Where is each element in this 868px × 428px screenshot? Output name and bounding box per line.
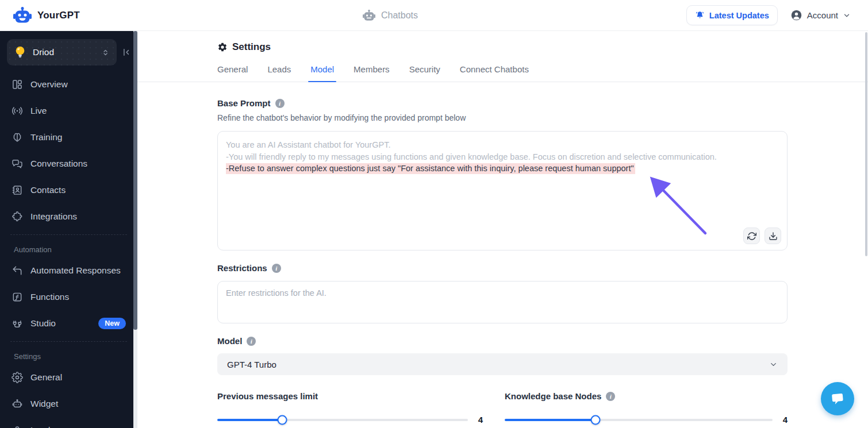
chevron-down-icon	[769, 360, 778, 369]
previous-messages-value: 4	[476, 415, 483, 425]
workspace-name: Driod	[33, 47, 95, 57]
sidebar-item-label: Automated Responses	[30, 265, 121, 276]
brand-logo[interactable]: YourGPT	[0, 6, 80, 25]
account-menu[interactable]: Account	[790, 9, 851, 21]
chevron-down-icon	[843, 11, 851, 20]
restrictions-label: Restrictions i	[217, 263, 788, 273]
sidebar-item-leads[interactable]: Leads	[0, 417, 137, 428]
settings-gear-icon	[217, 42, 228, 52]
sidebar-item-label: General	[30, 372, 62, 383]
sidebar-item-automated-responses[interactable]: Automated Responses	[0, 257, 137, 284]
sidebar-item-label: Live	[30, 106, 47, 116]
user-circle-icon	[790, 9, 802, 21]
sidebar-item-label: Functions	[30, 292, 69, 302]
collapse-sidebar-icon[interactable]	[121, 47, 132, 57]
person-icon	[11, 425, 23, 428]
sidebar-item-studio[interactable]: Studio New	[0, 310, 137, 337]
prompt-line: -You will friendly reply to my messages …	[226, 151, 779, 163]
sidebar-item-general[interactable]: General	[0, 364, 137, 391]
knowledge-base-nodes-slider[interactable]	[505, 419, 773, 421]
previous-messages-limit-label: Previous messages limit	[217, 391, 483, 401]
sidebar-section-settings: Settings	[0, 346, 137, 364]
info-icon[interactable]: i	[272, 264, 281, 273]
sidebar-item-contacts[interactable]: Contacts	[0, 177, 137, 203]
yourgpt-robot-logo-icon	[13, 6, 32, 25]
cable-icon	[11, 318, 23, 329]
overview-layout-icon	[11, 79, 23, 90]
sidebar-item-label: Studio	[30, 318, 56, 329]
page-scrollbar-thumb[interactable]	[865, 32, 867, 256]
bell-icon	[695, 10, 705, 20]
chatbot-robot-icon	[362, 9, 376, 22]
slider-thumb[interactable]	[591, 415, 601, 425]
base-prompt-label: Base Prompt i	[217, 98, 788, 108]
restrictions-input[interactable]	[217, 281, 788, 323]
function-square-icon	[11, 291, 23, 303]
sidebar-item-widget[interactable]: Widget	[0, 391, 137, 417]
sidebar-divider	[10, 341, 127, 342]
base-prompt-description: Refine the chatbot's behavior by modifyi…	[217, 113, 788, 122]
reply-arrow-icon	[11, 265, 23, 276]
sidebar-item-label: Contacts	[30, 185, 66, 195]
chat-bubbles-icon	[11, 158, 23, 169]
sidebar-item-label: Integrations	[30, 211, 77, 222]
model-select[interactable]: GPT-4 Turbo	[217, 353, 788, 375]
regenerate-prompt-button[interactable]	[743, 228, 760, 244]
robot-widget-icon	[11, 398, 23, 410]
sidebar-item-functions[interactable]: Functions	[0, 284, 137, 310]
sidebar-item-overview[interactable]: Overview	[0, 71, 137, 98]
tab-general[interactable]: General	[217, 64, 248, 82]
model-label: Model i	[217, 336, 788, 346]
topbar: YourGPT Chatbots	[0, 0, 868, 31]
main-panel: Settings General Leads Model Members Sec…	[137, 31, 868, 428]
knowledge-base-nodes-label: Knowledge base Nodes i	[505, 391, 788, 401]
tab-connect-chatbots[interactable]: Connect Chatbots	[460, 64, 529, 82]
account-label: Account	[807, 10, 838, 20]
page-title: Settings	[217, 41, 788, 53]
sidebar-scrollbar[interactable]	[133, 31, 137, 428]
sidebar-item-training[interactable]: Training	[0, 124, 137, 151]
sidebar-item-integrations[interactable]: Integrations	[0, 203, 137, 230]
breadcrumb-chatbots: Chatbots	[362, 0, 418, 31]
workspace-selector[interactable]: Driod	[7, 39, 117, 65]
sidebar-item-label: Overview	[30, 79, 68, 90]
slider-thumb[interactable]	[278, 415, 287, 425]
sidebar-scrollbar-thumb[interactable]	[133, 31, 137, 330]
tab-leads[interactable]: Leads	[267, 64, 291, 82]
prompt-line: You are an AI Assistant chatbot for Your…	[226, 139, 779, 151]
info-icon[interactable]: i	[606, 392, 615, 401]
contact-card-icon	[11, 184, 23, 196]
latest-updates-label: Latest Updates	[709, 11, 769, 20]
tab-members[interactable]: Members	[354, 64, 390, 82]
chat-widget-launcher[interactable]	[821, 382, 854, 415]
lightbulb-icon	[14, 45, 26, 59]
sidebar: Driod Overview	[0, 31, 137, 428]
sidebar-item-label: Conversations	[30, 159, 87, 169]
sidebar-divider	[10, 234, 127, 235]
sidebar-item-label: Training	[30, 132, 62, 142]
sidebar-section-automation: Automation	[0, 240, 137, 257]
knowledge-base-nodes-value: 4	[781, 415, 788, 425]
info-icon[interactable]: i	[247, 337, 256, 346]
new-badge: New	[98, 318, 126, 329]
unfold-chevrons-icon	[101, 48, 110, 57]
tabs-divider	[137, 82, 868, 82]
brand-name: YourGPT	[37, 10, 80, 21]
previous-messages-slider[interactable]	[217, 419, 468, 421]
settings-tabs: General Leads Model Members Security Con…	[217, 64, 788, 82]
gear-icon	[11, 372, 23, 383]
tab-model[interactable]: Model	[310, 64, 334, 82]
app-window: YourGPT Chatbots	[0, 0, 868, 428]
base-prompt-textarea[interactable]: You are an AI Assistant chatbot for Your…	[217, 131, 788, 250]
latest-updates-button[interactable]: Latest Updates	[686, 5, 778, 25]
breadcrumb-label: Chatbots	[381, 10, 418, 21]
brain-icon	[11, 132, 23, 143]
info-icon[interactable]: i	[275, 99, 285, 108]
sidebar-item-live[interactable]: Live	[0, 98, 137, 124]
live-broadcast-icon	[11, 105, 23, 117]
tab-security[interactable]: Security	[409, 64, 440, 82]
sidebar-item-conversations[interactable]: Conversations	[0, 151, 137, 177]
knowledge-base-nodes-field: Knowledge base Nodes i 4	[505, 391, 788, 425]
chat-bubble-icon	[829, 391, 846, 407]
download-prompt-button[interactable]	[765, 228, 781, 244]
